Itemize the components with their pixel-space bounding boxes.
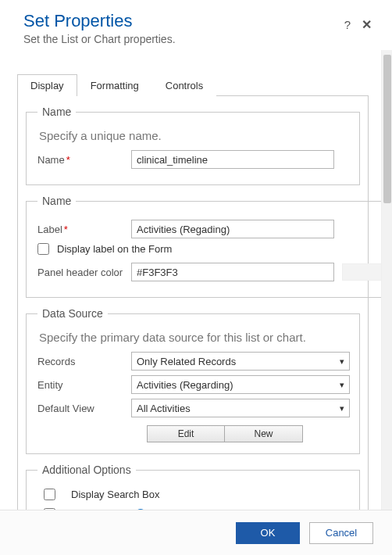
display-search-checkbox[interactable]: [44, 489, 55, 500]
chevron-down-icon: ▾: [340, 403, 344, 414]
group-label: Name Label* Display label on the Form Pa…: [26, 195, 381, 298]
name-input[interactable]: [131, 150, 334, 169]
tab-display[interactable]: Display: [17, 74, 77, 96]
display-search-label: Display Search Box: [71, 489, 159, 500]
tab-strip: Display Formatting Controls: [17, 73, 369, 96]
panel-color-swatch[interactable]: [342, 263, 381, 281]
panel-color-label: Panel header color: [37, 267, 131, 278]
group-data-source-hint: Specify the primary data source for this…: [39, 331, 350, 344]
group-additional-legend: Additional Options: [37, 464, 136, 476]
close-icon[interactable]: ✕: [362, 17, 372, 32]
chevron-down-icon: ▾: [340, 380, 344, 390]
edit-view-button[interactable]: Edit: [147, 425, 225, 442]
name-label: Name*: [37, 154, 131, 166]
display-label-checkbox[interactable]: [37, 243, 49, 255]
set-properties-dialog: Set Properties Set the List or Chart pro…: [0, 0, 392, 555]
default-view-select[interactable]: All Activities ▾: [131, 399, 350, 417]
dialog-footer: OK Cancel: [0, 510, 392, 555]
group-name: Name Specify a unique name. Name*: [26, 106, 360, 185]
scrollbar-thumb[interactable]: [383, 55, 391, 203]
dialog-body: Display Formatting Controls Name Specify…: [0, 50, 381, 510]
group-data-source: Data Source Specify the primary data sou…: [26, 307, 360, 454]
group-data-source-legend: Data Source: [37, 307, 108, 320]
dialog-title: Set Properties: [23, 11, 376, 31]
ok-button[interactable]: OK: [236, 522, 300, 544]
default-view-label: Default View: [37, 403, 131, 414]
new-view-button[interactable]: New: [225, 425, 303, 442]
tab-formatting[interactable]: Formatting: [77, 74, 152, 96]
group-label-legend: Name: [37, 195, 76, 207]
dialog-header: Set Properties Set the List or Chart pro…: [0, 0, 392, 50]
tab-panel-display: Name Specify a unique name. Name* Name L…: [17, 96, 369, 510]
records-label: Records: [37, 356, 131, 367]
display-label-text: Display label on the Form: [57, 243, 172, 255]
chevron-down-icon: ▾: [340, 356, 344, 367]
label-label: Label*: [37, 224, 131, 235]
dialog-subtitle: Set the List or Chart properties.: [23, 33, 376, 45]
panel-color-input[interactable]: [131, 263, 334, 281]
tab-controls[interactable]: Controls: [152, 74, 216, 96]
group-name-hint: Specify a unique name.: [39, 129, 350, 142]
group-additional-options: Additional Options Display Search Box Di…: [26, 464, 360, 510]
label-input[interactable]: [131, 220, 334, 238]
entity-select[interactable]: Activities (Regarding) ▾: [131, 375, 350, 394]
group-name-legend: Name: [37, 106, 76, 118]
vertical-scrollbar[interactable]: [381, 50, 392, 510]
records-select[interactable]: Only Related Records ▾: [131, 352, 350, 371]
help-icon[interactable]: ?: [344, 18, 351, 31]
entity-label: Entity: [37, 379, 131, 391]
cancel-button[interactable]: Cancel: [309, 522, 373, 544]
